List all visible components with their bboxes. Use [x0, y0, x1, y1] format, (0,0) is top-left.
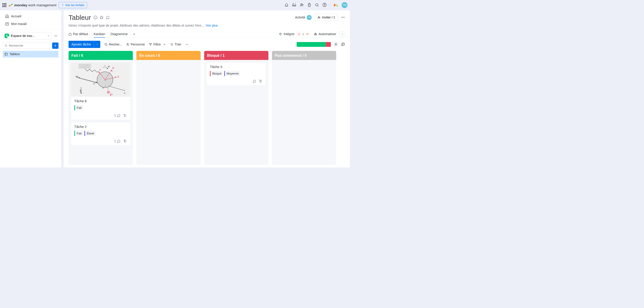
home-icon: [5, 14, 9, 18]
card-comments[interactable]: 1: [114, 114, 121, 118]
sidebar-board-item[interactable]: Tableur: [3, 51, 58, 58]
sidebar-search-input[interactable]: [9, 44, 49, 47]
svg-point-12: [56, 36, 56, 36]
priority-pill[interactable]: Élevé: [84, 130, 96, 136]
kanban-card[interactable]: C N̄ R̄ F̄ mḡ T: [71, 62, 130, 120]
toolbar-sort[interactable]: Trier: [170, 42, 181, 46]
svg-text:φ: φ: [108, 65, 110, 68]
info-icon[interactable]: [94, 16, 97, 19]
see-plans-label: Voir les forfaits: [65, 4, 84, 7]
see-more-link[interactable]: Voir plus: [206, 24, 218, 28]
chevron-down-icon: [96, 43, 98, 46]
inbox-icon[interactable]: 1: [292, 3, 296, 8]
tab-kanban[interactable]: Kanban: [94, 31, 105, 38]
sidebar-search[interactable]: [3, 42, 50, 49]
tab-separator: [91, 32, 91, 36]
svg-point-0: [9, 5, 10, 6]
automate-button[interactable]: Automatiser: [314, 32, 336, 36]
subitems-icon[interactable]: [124, 139, 127, 143]
divider: [330, 3, 330, 8]
help-icon[interactable]: [322, 3, 326, 8]
subitems-icon[interactable]: [259, 80, 262, 83]
toolbar-person[interactable]: Personne: [126, 42, 145, 46]
sidebar-add-button[interactable]: +: [52, 42, 58, 49]
monday-logo-icon: [8, 3, 13, 8]
workspace-menu-button[interactable]: [53, 33, 58, 38]
pill-text: Fait: [75, 130, 83, 136]
column-header[interactable]: Fait / 6: [68, 51, 133, 60]
star-icon[interactable]: [100, 16, 103, 19]
column-header[interactable]: Bloqué / 1: [204, 51, 268, 60]
slack-icon: [301, 32, 305, 36]
invite-button[interactable]: Inviter / 1: [314, 14, 338, 21]
tab-kanban-label: Kanban: [94, 32, 105, 36]
activity-avatar-icon: TM: [307, 15, 312, 20]
add-task-dropdown[interactable]: [94, 41, 100, 48]
notifications-icon[interactable]: [284, 3, 288, 8]
kanban-card[interactable]: Tâche 3 Bloqué Moyenne: [206, 62, 266, 85]
subitems-icon[interactable]: [124, 114, 127, 117]
card-comments[interactable]: 1: [114, 139, 121, 143]
status-pill[interactable]: Bloqué: [210, 71, 223, 76]
svg-point-34: [188, 44, 188, 45]
kanban-card[interactable]: Tâche 2 Fait Élevé 1: [71, 122, 130, 146]
board-toolbar: Ajouter tâche Recher... Personne Filtre: [64, 38, 350, 51]
collapse-header-button[interactable]: [340, 32, 345, 37]
home-icon: [68, 33, 72, 36]
see-plans-button[interactable]: Voir les forfaits: [59, 2, 87, 8]
board-menu-button[interactable]: [341, 15, 345, 20]
svg-rect-7: [334, 4, 335, 6]
monday-mark-icon: [334, 3, 338, 8]
svg-point-4: [316, 4, 318, 6]
column-header[interactable]: En cours / 0: [136, 51, 201, 60]
svg-point-9: [337, 6, 338, 6]
status-pill[interactable]: Fait: [74, 105, 83, 110]
progress-done-segment: [296, 42, 326, 47]
search-icon[interactable]: [315, 3, 319, 8]
invite-members-icon[interactable]: [300, 3, 304, 8]
tab-add[interactable]: +: [133, 30, 135, 38]
progress-summary[interactable]: [296, 42, 331, 47]
integrate-button[interactable]: Intégrer: [279, 32, 310, 37]
comment-icon: [117, 114, 120, 117]
toolbar-more[interactable]: [185, 42, 189, 46]
toolbar-filter[interactable]: Filtre: [149, 42, 166, 46]
dots-icon: [185, 42, 189, 46]
kanban-column-done: Fait / 6 C: [68, 51, 133, 165]
comment-icon[interactable]: [252, 80, 256, 83]
add-task-button[interactable]: Ajouter tâche: [68, 41, 94, 48]
apps-menu-icon[interactable]: [2, 3, 6, 7]
svg-point-32: [186, 44, 186, 45]
tab-diagram-label: Diagramme: [110, 32, 128, 36]
tab-default[interactable]: Par défaut: [68, 31, 88, 38]
toolbar-person-label: Personne: [130, 42, 145, 46]
discussion-icon[interactable]: [106, 16, 110, 19]
svg-point-14: [5, 44, 7, 46]
kanban-settings-button[interactable]: [334, 42, 338, 47]
board-title[interactable]: Tableur: [68, 14, 91, 22]
sidebar-mywork[interactable]: Mon travail: [2, 20, 60, 28]
toolbar-sort-label: Trier: [175, 42, 182, 46]
user-avatar[interactable]: TM: [342, 2, 348, 8]
status-pill[interactable]: Fait: [74, 130, 83, 136]
apps-icon[interactable]: [307, 3, 311, 8]
board-icon: [4, 52, 8, 56]
workspace-selector[interactable]: E Espace de trav...: [3, 32, 52, 40]
svg-text:ūₐ: ūₐ: [76, 75, 78, 78]
svg-text:J: J: [105, 85, 106, 87]
activity-button[interactable]: Activité TM: [295, 15, 312, 20]
tab-diagram[interactable]: Diagramme: [110, 31, 128, 38]
sidebar-home[interactable]: Accueil: [2, 12, 60, 20]
chevron-down-icon: [47, 34, 50, 37]
kanban-chat-button[interactable]: [341, 42, 345, 47]
svg-rect-8: [335, 4, 337, 6]
svg-text:F̄: F̄: [100, 69, 101, 71]
column-header[interactable]: Pas commencé / 0: [272, 51, 336, 60]
gmail-icon: [306, 32, 309, 36]
kanban-column-inprogress: En cours / 0: [136, 51, 201, 165]
priority-pill[interactable]: Moyenne: [224, 71, 240, 76]
toolbar-search[interactable]: Recher...: [104, 42, 122, 46]
column-title: Bloqué / 1: [207, 53, 224, 58]
inbox-badge: 1: [294, 2, 297, 4]
search-icon: [104, 42, 108, 46]
